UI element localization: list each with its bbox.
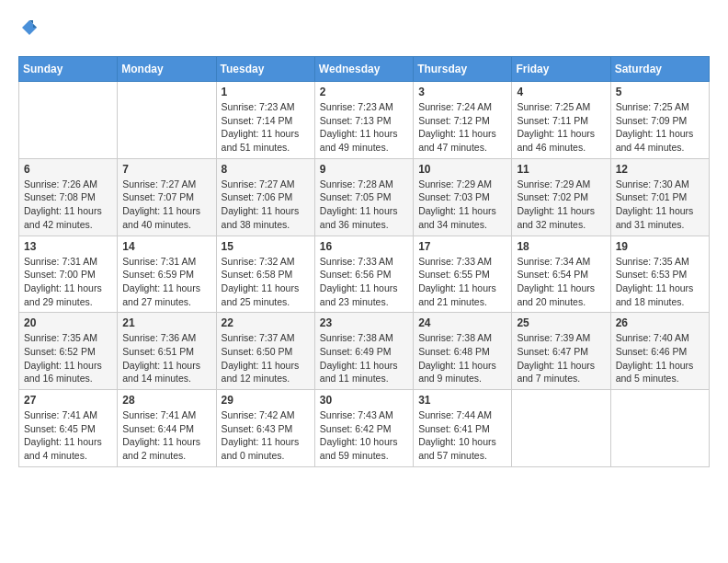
day-of-week-header: Friday <box>512 57 610 82</box>
calendar-day-cell: 19Sunrise: 7:35 AM Sunset: 6:53 PM Dayli… <box>610 236 709 313</box>
calendar-day-cell: 3Sunrise: 7:24 AM Sunset: 7:12 PM Daylig… <box>414 82 512 159</box>
day-number: 25 <box>517 316 605 329</box>
day-info: Sunrise: 7:35 AM Sunset: 6:53 PM Dayligh… <box>616 255 704 309</box>
day-number: 26 <box>616 316 704 329</box>
calendar-day-cell: 8Sunrise: 7:27 AM Sunset: 7:06 PM Daylig… <box>216 158 314 236</box>
day-number: 17 <box>418 240 506 253</box>
calendar-day-cell: 7Sunrise: 7:27 AM Sunset: 7:07 PM Daylig… <box>118 158 216 236</box>
calendar-day-cell: 17Sunrise: 7:33 AM Sunset: 6:55 PM Dayli… <box>414 236 512 313</box>
day-number: 24 <box>418 316 506 329</box>
calendar-week-row: 6Sunrise: 7:26 AM Sunset: 7:08 PM Daylig… <box>19 158 710 236</box>
day-number: 12 <box>616 163 704 176</box>
day-info: Sunrise: 7:23 AM Sunset: 7:13 PM Dayligh… <box>320 100 408 155</box>
day-number: 19 <box>616 240 704 253</box>
calendar-week-row: 13Sunrise: 7:31 AM Sunset: 7:00 PM Dayli… <box>19 236 710 313</box>
day-info: Sunrise: 7:42 AM Sunset: 6:43 PM Dayligh… <box>222 408 310 463</box>
calendar-week-row: 27Sunrise: 7:41 AM Sunset: 6:45 PM Dayli… <box>19 390 710 467</box>
day-number: 20 <box>24 316 112 329</box>
day-number: 9 <box>320 163 408 176</box>
day-info: Sunrise: 7:26 AM Sunset: 7:08 PM Dayligh… <box>24 178 112 232</box>
day-info: Sunrise: 7:29 AM Sunset: 7:03 PM Dayligh… <box>418 178 506 232</box>
day-number: 31 <box>418 394 506 407</box>
day-of-week-header: Wednesday <box>314 57 413 82</box>
calendar-day-cell: 28Sunrise: 7:41 AM Sunset: 6:44 PM Dayli… <box>118 390 216 467</box>
day-number: 11 <box>517 163 605 176</box>
day-info: Sunrise: 7:23 AM Sunset: 7:14 PM Dayligh… <box>222 100 310 155</box>
day-number: 21 <box>122 316 210 329</box>
day-number: 13 <box>24 240 112 253</box>
day-info: Sunrise: 7:44 AM Sunset: 6:41 PM Dayligh… <box>418 408 506 463</box>
day-info: Sunrise: 7:36 AM Sunset: 6:51 PM Dayligh… <box>122 331 210 385</box>
day-info: Sunrise: 7:39 AM Sunset: 6:47 PM Dayligh… <box>517 331 605 385</box>
calendar-day-cell: 29Sunrise: 7:42 AM Sunset: 6:43 PM Dayli… <box>216 390 314 467</box>
day-info: Sunrise: 7:25 AM Sunset: 7:09 PM Dayligh… <box>616 100 704 155</box>
page-header <box>18 18 710 41</box>
calendar-day-cell: 13Sunrise: 7:31 AM Sunset: 7:00 PM Dayli… <box>19 236 118 313</box>
day-info: Sunrise: 7:34 AM Sunset: 6:54 PM Dayligh… <box>517 255 605 309</box>
day-number: 16 <box>320 240 408 253</box>
calendar-day-cell: 16Sunrise: 7:33 AM Sunset: 6:56 PM Dayli… <box>314 236 413 313</box>
day-info: Sunrise: 7:35 AM Sunset: 6:52 PM Dayligh… <box>24 331 112 385</box>
day-number: 15 <box>222 240 310 253</box>
day-info: Sunrise: 7:31 AM Sunset: 6:59 PM Dayligh… <box>122 255 210 309</box>
calendar-day-cell: 5Sunrise: 7:25 AM Sunset: 7:09 PM Daylig… <box>610 82 709 159</box>
day-of-week-header: Tuesday <box>216 57 314 82</box>
day-info: Sunrise: 7:41 AM Sunset: 6:45 PM Dayligh… <box>24 408 112 463</box>
day-info: Sunrise: 7:40 AM Sunset: 6:46 PM Dayligh… <box>616 331 704 385</box>
day-of-week-header: Sunday <box>19 57 118 82</box>
calendar-day-cell: 27Sunrise: 7:41 AM Sunset: 6:45 PM Dayli… <box>19 390 118 467</box>
day-number: 3 <box>418 86 506 98</box>
day-info: Sunrise: 7:33 AM Sunset: 6:56 PM Dayligh… <box>320 255 408 309</box>
calendar-day-cell: 14Sunrise: 7:31 AM Sunset: 6:59 PM Dayli… <box>118 236 216 313</box>
day-number: 8 <box>222 163 310 176</box>
day-number: 28 <box>122 394 210 407</box>
calendar-day-cell: 9Sunrise: 7:28 AM Sunset: 7:05 PM Daylig… <box>314 158 413 236</box>
calendar-week-row: 1Sunrise: 7:23 AM Sunset: 7:14 PM Daylig… <box>19 82 710 159</box>
day-number: 22 <box>222 316 310 329</box>
calendar-day-cell: 1Sunrise: 7:23 AM Sunset: 7:14 PM Daylig… <box>216 82 314 159</box>
calendar-header-row: SundayMondayTuesdayWednesdayThursdayFrid… <box>19 57 710 82</box>
calendar-day-cell: 22Sunrise: 7:37 AM Sunset: 6:50 PM Dayli… <box>216 313 314 390</box>
day-number: 2 <box>320 86 408 98</box>
day-number: 14 <box>122 240 210 253</box>
day-number: 4 <box>517 86 605 98</box>
day-info: Sunrise: 7:33 AM Sunset: 6:55 PM Dayligh… <box>418 255 506 309</box>
calendar-day-cell: 25Sunrise: 7:39 AM Sunset: 6:47 PM Dayli… <box>512 313 610 390</box>
day-info: Sunrise: 7:27 AM Sunset: 7:06 PM Dayligh… <box>222 178 310 232</box>
day-of-week-header: Monday <box>118 57 216 82</box>
day-info: Sunrise: 7:24 AM Sunset: 7:12 PM Dayligh… <box>418 100 506 155</box>
day-info: Sunrise: 7:43 AM Sunset: 6:42 PM Dayligh… <box>320 408 408 463</box>
day-number: 23 <box>320 316 408 329</box>
calendar-day-cell: 12Sunrise: 7:30 AM Sunset: 7:01 PM Dayli… <box>610 158 709 236</box>
calendar-day-cell <box>610 390 709 467</box>
calendar-table: SundayMondayTuesdayWednesdayThursdayFrid… <box>18 56 710 467</box>
calendar-day-cell: 11Sunrise: 7:29 AM Sunset: 7:02 PM Dayli… <box>512 158 610 236</box>
day-info: Sunrise: 7:32 AM Sunset: 6:58 PM Dayligh… <box>222 255 310 309</box>
day-info: Sunrise: 7:29 AM Sunset: 7:02 PM Dayligh… <box>517 178 605 232</box>
calendar-day-cell: 15Sunrise: 7:32 AM Sunset: 6:58 PM Dayli… <box>216 236 314 313</box>
calendar-day-cell: 26Sunrise: 7:40 AM Sunset: 6:46 PM Dayli… <box>610 313 709 390</box>
day-number: 29 <box>222 394 310 407</box>
logo-text <box>18 18 39 41</box>
calendar-day-cell: 4Sunrise: 7:25 AM Sunset: 7:11 PM Daylig… <box>512 82 610 159</box>
day-info: Sunrise: 7:37 AM Sunset: 6:50 PM Dayligh… <box>222 331 310 385</box>
logo-icon <box>20 18 39 37</box>
day-info: Sunrise: 7:25 AM Sunset: 7:11 PM Dayligh… <box>517 100 605 155</box>
calendar-week-row: 20Sunrise: 7:35 AM Sunset: 6:52 PM Dayli… <box>19 313 710 390</box>
calendar-day-cell: 2Sunrise: 7:23 AM Sunset: 7:13 PM Daylig… <box>314 82 413 159</box>
day-number: 7 <box>122 163 210 176</box>
logo <box>18 18 39 41</box>
calendar-day-cell: 20Sunrise: 7:35 AM Sunset: 6:52 PM Dayli… <box>19 313 118 390</box>
calendar-day-cell: 30Sunrise: 7:43 AM Sunset: 6:42 PM Dayli… <box>314 390 413 467</box>
day-number: 27 <box>24 394 112 407</box>
day-info: Sunrise: 7:38 AM Sunset: 6:48 PM Dayligh… <box>418 331 506 385</box>
day-info: Sunrise: 7:31 AM Sunset: 7:00 PM Dayligh… <box>24 255 112 309</box>
calendar-day-cell <box>118 82 216 159</box>
day-info: Sunrise: 7:30 AM Sunset: 7:01 PM Dayligh… <box>616 178 704 232</box>
calendar-day-cell: 21Sunrise: 7:36 AM Sunset: 6:51 PM Dayli… <box>118 313 216 390</box>
day-info: Sunrise: 7:38 AM Sunset: 6:49 PM Dayligh… <box>320 331 408 385</box>
calendar-day-cell: 6Sunrise: 7:26 AM Sunset: 7:08 PM Daylig… <box>19 158 118 236</box>
day-info: Sunrise: 7:27 AM Sunset: 7:07 PM Dayligh… <box>122 178 210 232</box>
calendar-day-cell: 31Sunrise: 7:44 AM Sunset: 6:41 PM Dayli… <box>414 390 512 467</box>
calendar-day-cell: 18Sunrise: 7:34 AM Sunset: 6:54 PM Dayli… <box>512 236 610 313</box>
